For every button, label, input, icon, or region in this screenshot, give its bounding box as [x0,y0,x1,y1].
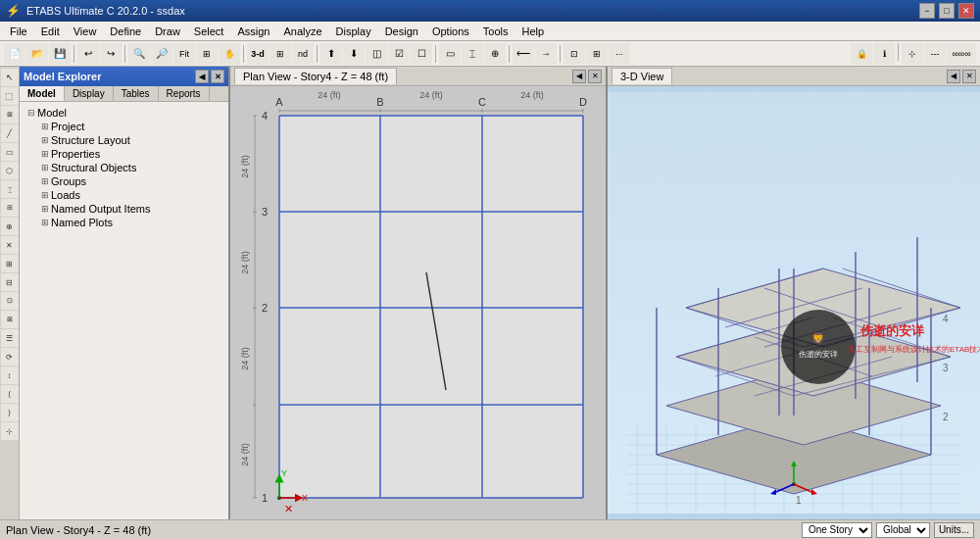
plan-view-canvas[interactable]: A B C D 4 3 2 1 24 (ft) 24 [230,86,606,519]
display-button5[interactable]: ☐ [411,43,432,65]
new-button[interactable]: 📄 [4,43,25,65]
close-button[interactable]: ✕ [958,3,974,19]
elev-view-button[interactable]: nd [292,43,314,65]
extra-button3[interactable]: ∞∞∞ [947,43,976,65]
menu-item-assign[interactable]: Assign [231,24,275,39]
3d-view-minimize-btn[interactable]: ◀ [947,70,960,83]
zoom-prev-button[interactable]: ⊞ [196,43,218,65]
menu-item-design[interactable]: Design [379,24,424,39]
svg-text:1: 1 [796,495,802,506]
extrude-tool[interactable]: ✕ [1,236,19,254]
tree-structural-objects[interactable]: ⊞ Structural Objects [37,161,224,174]
select-tool[interactable]: ↖ [1,69,19,86]
menu-item-options[interactable]: Options [426,24,475,39]
menu-item-analyze[interactable]: Analyze [277,24,327,39]
menu-item-define[interactable]: Define [104,24,147,39]
extra-button2[interactable]: --- [924,43,946,65]
add-joint-tool[interactable]: ⊕ [1,218,19,235]
draw-button2[interactable]: ⌶ [462,43,483,65]
draw-link-tool[interactable]: ⬡ [1,162,19,179]
me-close-btn[interactable]: ✕ [211,70,224,83]
assign-button[interactable]: → [535,43,557,65]
3d-view-button[interactable]: 3-d [247,43,269,65]
tab-tables[interactable]: Tables [114,86,159,101]
draw-frame-tool[interactable]: ╱ [1,124,19,142]
tree-named-plots[interactable]: ⊞ Named Plots [37,216,224,229]
draw-button1[interactable]: ▭ [439,43,461,65]
zoom-out-button[interactable]: 🔎 [151,43,172,65]
undo-button[interactable]: ↩ [77,43,99,65]
tree-groups[interactable]: ⊞ Groups [37,174,224,188]
snap-button1[interactable]: ⊡ [564,43,585,65]
save-button[interactable]: 💾 [49,43,71,65]
view-3d-tab[interactable]: 3-D View [612,68,672,84]
menu-item-tools[interactable]: Tools [477,24,514,39]
divide-tool[interactable]: ⊡ [1,292,19,310]
global-dropdown[interactable]: Global [876,522,930,538]
quick-draw-area-tool[interactable]: ⊞ [1,199,19,217]
replicate-tool[interactable]: ⊞ [1,255,19,272]
menu-item-help[interactable]: Help [516,24,551,39]
story-dropdown[interactable]: One Story [802,522,872,538]
tab-display[interactable]: Display [65,86,114,101]
plan-view-tab[interactable]: Plan View - Story4 - Z = 48 (ft) [234,68,397,84]
zoom-in-button[interactable]: 🔍 [128,43,150,65]
3d-view-close-btn[interactable]: ✕ [962,70,976,83]
tree-project[interactable]: ⊞ Project [37,120,224,133]
snap-button2[interactable]: ⊞ [586,43,608,65]
rotate-tool[interactable]: ⟳ [1,348,19,366]
menu-item-file[interactable]: File [4,24,33,39]
merge-tool[interactable]: ⊟ [1,273,19,291]
pan-button[interactable]: ✋ [219,43,240,65]
me-minimize-btn[interactable]: ◀ [195,70,209,83]
display-button3[interactable]: ◫ [366,43,387,65]
menu-item-display[interactable]: Display [330,24,377,39]
zoom-fit-button[interactable]: Fit [173,43,195,65]
svg-text:1: 1 [262,492,268,504]
plan-view-close-btn[interactable]: ✕ [588,70,602,83]
set-display-options-button[interactable]: ⬆ [320,43,342,65]
tree-structure-layout[interactable]: ⊞ Structure Layout [37,133,224,147]
info-button[interactable]: ℹ [873,43,895,65]
extra-button1[interactable]: ⊹ [902,43,923,65]
snap-grid-tool[interactable]: ⟨ [1,385,19,403]
view-3d-canvas[interactable]: 4 3 2 [608,86,980,519]
units-button[interactable]: Units... [934,522,974,538]
plan-view-button[interactable]: ⊞ [270,43,291,65]
quick-draw-frame-tool[interactable]: ⌶ [1,180,19,198]
svg-text:2: 2 [943,412,949,422]
menu-item-edit[interactable]: Edit [35,24,66,39]
measure-tool[interactable]: ⊹ [1,422,19,440]
minimize-button[interactable]: − [919,3,935,19]
me-header-controls: ◀ ✕ [195,70,224,83]
mirror-tool[interactable]: ↕ [1,367,19,384]
reshape-tool[interactable]: ⊠ [1,106,19,123]
rubber-select-tool[interactable]: ⬚ [1,87,19,105]
tab-model[interactable]: Model [20,86,65,101]
draw-area-tool[interactable]: ▭ [1,143,19,161]
move-button[interactable]: ⟵ [513,43,534,65]
tree-named-output[interactable]: ⊞ Named Output Items [37,202,224,216]
tab-reports[interactable]: Reports [159,86,210,101]
display-button4[interactable]: ☑ [388,43,410,65]
menu-item-select[interactable]: Select [188,24,230,39]
mesh-tool[interactable]: ☰ [1,329,19,347]
lock-button[interactable]: 🔒 [851,43,872,65]
tree-properties[interactable]: ⊞ Properties [37,147,224,161]
display-button2[interactable]: ⬇ [343,43,365,65]
toolbar-separator-5 [435,45,436,63]
toolbar-separator-2 [124,45,125,63]
intersect-tool[interactable]: ⊠ [1,311,19,328]
open-button[interactable]: 📂 [26,43,48,65]
tree-model[interactable]: ⊟ Model [24,106,224,120]
maximize-button[interactable]: □ [939,3,955,19]
plan-view-minimize-btn[interactable]: ◀ [572,70,586,83]
draw-button3[interactable]: ⊕ [484,43,506,65]
menu-item-view[interactable]: View [68,24,103,39]
redo-button[interactable]: ↪ [100,43,122,65]
snap-button3[interactable]: ··· [609,43,630,65]
menu-item-draw[interactable]: Draw [149,24,186,39]
toolbar-separator-6 [509,45,510,63]
snap-point-tool[interactable]: ⟩ [1,404,19,421]
tree-loads[interactable]: ⊞ Loads [37,188,224,202]
